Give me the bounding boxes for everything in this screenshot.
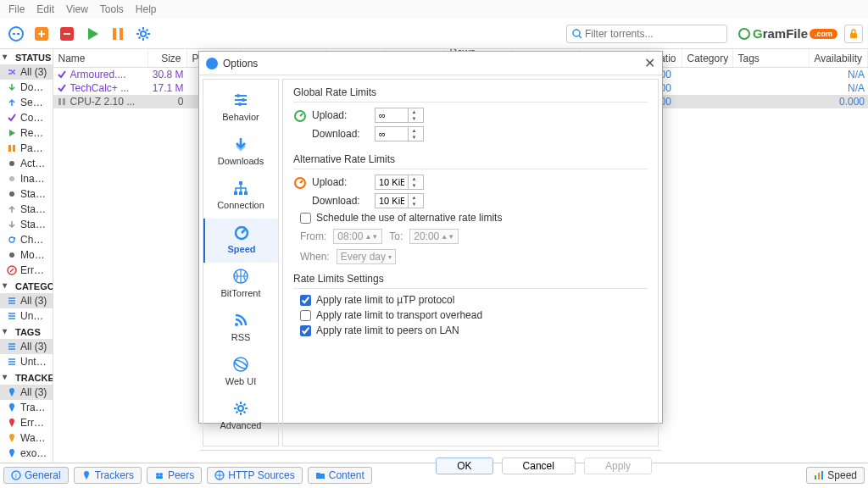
sidebar-item[interactable]: Moving (0): [0, 247, 53, 263]
download-alt-value[interactable]: [376, 196, 408, 206]
alt-upload-label: Upload:: [312, 176, 368, 188]
sidebar-item[interactable]: Warning (0): [0, 430, 53, 446]
speed-legend-label: Speed: [827, 469, 857, 481]
start-button[interactable]: [81, 23, 103, 45]
sidebar-item[interactable]: All (3): [0, 64, 53, 80]
options-tab-advanced[interactable]: Advanced: [203, 395, 278, 439]
col-avail[interactable]: Availability: [810, 49, 868, 67]
dialog-title: Options: [223, 58, 258, 69]
chk-utp[interactable]: [300, 295, 311, 306]
upload-alt-value[interactable]: [376, 177, 408, 187]
web ui-icon: [232, 356, 249, 373]
menu-help[interactable]: Help: [136, 3, 157, 15]
svg-point-39: [238, 406, 243, 411]
pause-icon: [109, 25, 126, 42]
global-rate-title: Global Rate Limits: [293, 86, 648, 103]
cancel-button[interactable]: Cancel: [502, 458, 576, 474]
options-tab-web ui[interactable]: Web UI: [203, 351, 278, 395]
svg-point-12: [9, 176, 14, 181]
when-select[interactable]: Every day▾: [337, 249, 396, 264]
sidebar-item[interactable]: All (3): [0, 339, 53, 354]
options-tab-bittorrent[interactable]: BitTorrent: [203, 263, 278, 307]
dialog-title-bar: Options ✕: [199, 52, 662, 75]
peers-icon: [154, 470, 164, 480]
chk-overhead[interactable]: [300, 310, 311, 321]
sidebar-item[interactable]: open.demoni...: [0, 461, 53, 463]
settings-button[interactable]: [132, 23, 154, 45]
menu-file[interactable]: File: [8, 3, 25, 15]
filter-search[interactable]: [566, 25, 727, 43]
tab-peers[interactable]: Peers: [147, 467, 202, 484]
sidebar-item[interactable]: Stalled Downlo...: [0, 217, 53, 232]
sidebar-item[interactable]: All (3): [0, 293, 53, 308]
upload-alt-input[interactable]: ▲▼: [375, 175, 424, 190]
sidebar-item[interactable]: Completed (2): [0, 110, 53, 125]
sidebar-item[interactable]: Trackerless (0): [0, 400, 53, 415]
logo-badge: .com: [810, 29, 837, 39]
menu-tools[interactable]: Tools: [100, 3, 124, 15]
options-tab-connection[interactable]: Connection: [203, 175, 278, 219]
svg-point-6: [573, 30, 580, 36]
tab-trackers[interactable]: Trackers: [74, 467, 142, 484]
tab-general[interactable]: iGeneral: [3, 467, 69, 484]
filter-input[interactable]: [585, 28, 721, 40]
add-torrent-button[interactable]: [31, 23, 53, 45]
sidebar-item[interactable]: Untagged (3): [0, 354, 53, 369]
when-label: When:: [300, 251, 330, 263]
sidebar-item[interactable]: Stalled (0): [0, 186, 53, 202]
sidebar-item[interactable]: Stalled Uploadi...: [0, 202, 53, 217]
add-link-button[interactable]: [5, 23, 27, 45]
sidebar-item[interactable]: exodus.desync...: [0, 446, 53, 461]
dialog-main: Global Rate Limits Upload: ▲▼ Download: …: [282, 79, 659, 446]
download-label: Download:: [312, 128, 368, 140]
sidebar-item[interactable]: Seeding (0): [0, 95, 53, 110]
pause-button[interactable]: [107, 23, 129, 45]
options-tab-speed[interactable]: Speed: [203, 219, 278, 263]
svg-point-28: [242, 98, 245, 102]
options-tab-downloads[interactable]: Downloads: [203, 130, 278, 175]
options-tab-rss[interactable]: RSS: [203, 307, 278, 351]
speed-legend[interactable]: Speed: [806, 467, 865, 484]
col-cat[interactable]: Category: [682, 49, 733, 67]
download-alt-input[interactable]: ▲▼: [375, 193, 424, 208]
dialog-close-button[interactable]: ✕: [644, 55, 655, 71]
menu-view[interactable]: View: [66, 3, 88, 15]
menu-edit[interactable]: Edit: [36, 3, 54, 15]
apply-button[interactable]: Apply: [584, 458, 652, 474]
sidebar-item[interactable]: Downloading (1): [0, 80, 53, 95]
col-size[interactable]: Size: [148, 49, 187, 67]
to-time[interactable]: 20:00▲▼: [409, 229, 459, 244]
chk-utp-label: Apply rate limit to µTP protocol: [316, 294, 454, 306]
chk-lan[interactable]: [300, 325, 311, 336]
svg-point-13: [9, 191, 14, 197]
upload-global-input[interactable]: ▲▼: [375, 108, 424, 123]
schedule-check[interactable]: [300, 213, 311, 224]
sidebar-item[interactable]: Paused (3): [0, 141, 53, 156]
sidebar-item[interactable]: Error (3): [0, 415, 53, 430]
sidebar-item[interactable]: Inactive (3): [0, 171, 53, 186]
svg-text:i: i: [15, 472, 17, 480]
lock-button[interactable]: [844, 25, 863, 43]
ok-button[interactable]: OK: [436, 458, 492, 474]
svg-point-14: [9, 252, 14, 258]
sidebar-item[interactable]: Checking (0): [0, 232, 53, 247]
col-tags[interactable]: Tags: [733, 49, 810, 67]
from-time[interactable]: 08:00▲▼: [333, 229, 382, 244]
delete-button[interactable]: [56, 23, 78, 45]
sidebar-item[interactable]: Errored (0): [0, 263, 53, 278]
toolbar: G ramFile .com: [0, 19, 868, 49]
upload-global-value[interactable]: [376, 110, 408, 120]
sidebar-item[interactable]: Uncategorized ...: [0, 308, 53, 324]
download-global-input[interactable]: ▲▼: [375, 126, 424, 141]
global-rate-group: Global Rate Limits Upload: ▲▼ Download: …: [293, 86, 648, 145]
svg-rect-4: [120, 28, 123, 40]
col-name[interactable]: Name: [53, 49, 148, 67]
sidebar-item[interactable]: Active (0): [0, 156, 53, 171]
options-tab-behavior[interactable]: Behavior: [203, 86, 278, 130]
sidebar-item[interactable]: Resumed (0): [0, 125, 53, 141]
sidebar-item[interactable]: All (3): [0, 385, 53, 400]
logo-rest: ramFile: [763, 26, 808, 41]
sidebar: STATUS All (3)Downloading (1)Seeding (0)…: [0, 49, 53, 463]
sidebar-trk-hdr: TRACKERS: [0, 369, 53, 385]
download-global-value[interactable]: [376, 129, 408, 139]
